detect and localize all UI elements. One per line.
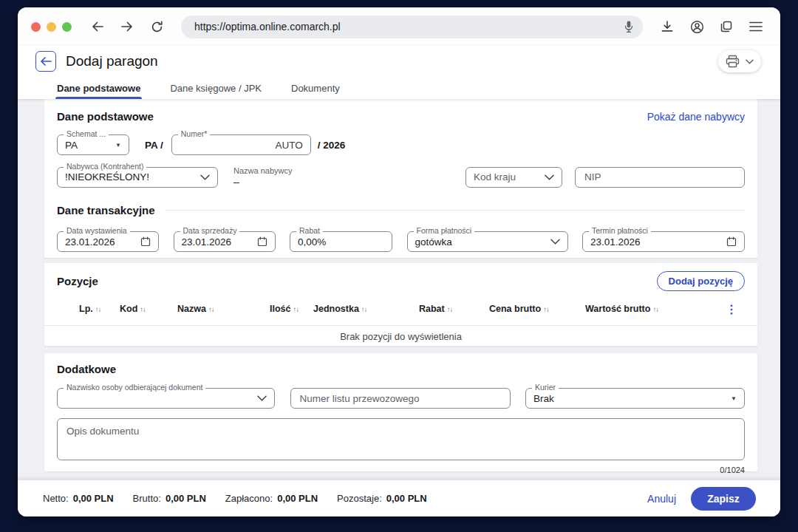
column-header-nazwa[interactable]: Nazwa↑↓ — [177, 304, 214, 314]
courier-label: Kurier — [532, 383, 559, 391]
column-header-ilosc[interactable]: Ilość↑↓ — [270, 304, 299, 314]
country-code-select[interactable]: Kod kraju — [466, 167, 562, 188]
downloads-button[interactable] — [656, 16, 678, 38]
character-counter: 0/1024 — [57, 466, 745, 474]
url-text: https://optima.online.comarch.pl — [194, 21, 624, 33]
back-button[interactable] — [35, 51, 56, 72]
maximize-window-button[interactable] — [62, 22, 72, 32]
microphone-icon[interactable] — [624, 20, 634, 33]
receiver-label: Nazwisko osoby odbierającej dokument — [64, 383, 205, 391]
total-brutto: Brutto:0,00 PLN — [133, 493, 206, 504]
column-header-rabat[interactable]: Rabat↑↓ — [419, 304, 452, 314]
discount-value: 0,00% — [298, 236, 384, 248]
browser-reload-button[interactable] — [146, 16, 168, 38]
total-netto: Netto:0,00 PLN — [43, 493, 114, 504]
chevron-down-icon — [746, 59, 754, 64]
dropdown-triangle-icon: ▼ — [115, 142, 121, 149]
items-empty-text: Brak pozycji do wyświetlenia — [57, 326, 745, 347]
show-buyer-data-link[interactable]: Pokaż dane nabywcy — [647, 111, 745, 123]
tab-dane-podstawowe[interactable]: Dane podstawowe — [55, 77, 142, 99]
column-header-cena-brutto[interactable]: Cena brutto↑↓ — [489, 304, 549, 314]
app-header: Dodaj paragon Dane podstawowe Dane księg… — [18, 46, 780, 99]
back-arrow-icon — [93, 23, 103, 31]
country-code-placeholder: Kod kraju — [474, 171, 539, 183]
sort-icon: ↑↓ — [95, 305, 101, 313]
schema-value: PA — [65, 140, 109, 151]
nip-input[interactable] — [575, 167, 745, 188]
tab-bar: Dane podstawowe Dane księgowe / JPK Doku… — [18, 77, 780, 99]
sale-date-label: Data sprzedaży — [180, 227, 240, 234]
column-header-kod[interactable]: Kod↑↓ — [120, 304, 146, 314]
tab-switcher-button[interactable] — [715, 16, 737, 38]
receiver-select[interactable]: Nazwisko osoby odbierającej dokument — [57, 388, 275, 409]
browser-toolbar: https://optima.online.comarch.pl — [18, 7, 780, 46]
table-menu-kebab-icon[interactable]: ⋮ — [726, 302, 737, 317]
profile-button[interactable] — [686, 16, 708, 38]
minimize-window-button[interactable] — [47, 22, 56, 32]
courier-value: Brak — [533, 393, 725, 404]
total-pozostaje: Pozostaje:0,00 PLN — [337, 493, 427, 504]
discount-label: Rabat — [296, 227, 323, 234]
calendar-icon[interactable] — [257, 236, 267, 247]
buyer-label: Nabywca (Kontrahent) — [64, 163, 146, 170]
issue-date-field[interactable]: Data wystawienia 23.01.2026 — [57, 231, 159, 252]
transaction-section-title: Dane transakcyjne — [57, 204, 155, 216]
buyer-name-label: Nazwa nabywcy — [233, 166, 292, 176]
profile-icon — [690, 20, 704, 34]
url-bar[interactable]: https://optima.online.comarch.pl — [181, 16, 643, 38]
printer-icon — [726, 55, 740, 68]
sort-icon: ↑↓ — [293, 305, 299, 313]
summary-footer: Netto:0,00 PLN Brutto:0,00 PLN Zapłacono… — [18, 480, 780, 516]
additional-card: Dodatkowe Nazwisko osoby odbierającej do… — [44, 353, 757, 471]
number-label: Numer* — [178, 130, 211, 137]
chevron-down-icon — [257, 395, 267, 401]
print-button[interactable] — [718, 50, 761, 72]
number-prefix-static: PA / — [145, 140, 163, 151]
dropdown-triangle-icon: ▼ — [731, 395, 737, 402]
browser-menu-button[interactable] — [745, 16, 767, 38]
document-description-textarea[interactable] — [57, 418, 745, 460]
payment-method-value: gotówka — [415, 236, 545, 248]
chevron-down-icon — [545, 174, 554, 180]
section-divider — [166, 210, 745, 211]
page-title: Dodaj paragon — [66, 53, 158, 69]
basic-data-card: Dane podstawowe Pokaż dane nabywcy Schem… — [44, 99, 757, 258]
number-field[interactable]: Numer* AUTO — [171, 134, 311, 155]
courier-select[interactable]: Kurier Brak ▼ — [525, 388, 745, 409]
close-window-button[interactable] — [31, 22, 41, 32]
calendar-icon[interactable] — [140, 236, 151, 247]
payment-due-field[interactable]: Termin płatności 23.01.2026 — [582, 231, 745, 252]
payment-due-label: Termin płatności — [589, 227, 651, 234]
schema-select[interactable]: Schemat ... PA ▼ — [57, 134, 129, 155]
total-zaplacono: Zapłacono:0,00 PLN — [225, 493, 318, 504]
chevron-down-icon — [200, 174, 210, 180]
buyer-select[interactable]: Nabywca (Kontrahent) !NIEOKREŚLONY! — [57, 167, 218, 188]
tab-dokumenty[interactable]: Dokumenty — [290, 77, 341, 99]
add-item-button[interactable]: Dodaj pozycję — [657, 271, 745, 291]
column-header-wartosc-brutto[interactable]: Wartość brutto↑↓ — [585, 304, 658, 314]
back-arrow-icon — [40, 56, 52, 66]
number-auto-suffix: AUTO — [276, 140, 303, 151]
sort-icon: ↑↓ — [140, 305, 146, 313]
tab-dane-ksiegowe-jpk[interactable]: Dane księgowe / JPK — [168, 77, 263, 99]
sale-date-value: 23.01.2026 — [182, 236, 251, 248]
sale-date-field[interactable]: Data sprzedaży 23.01.2026 — [174, 231, 276, 252]
tabs-icon — [720, 20, 733, 33]
sort-icon: ↑↓ — [361, 305, 367, 313]
column-header-lp[interactable]: Lp.↑↓ — [79, 304, 100, 314]
save-button[interactable]: Zapisz — [691, 487, 756, 511]
waybill-input[interactable] — [290, 388, 511, 409]
number-year-static: / 2026 — [318, 140, 346, 151]
browser-back-button[interactable] — [86, 16, 109, 38]
browser-window: https://optima.online.comarch.pl Dodaj p… — [18, 7, 780, 516]
sort-icon: ↑↓ — [543, 305, 549, 313]
sort-icon: ↑↓ — [447, 305, 453, 313]
discount-field[interactable]: Rabat 0,00% — [290, 231, 392, 252]
cancel-button[interactable]: Anuluj — [641, 488, 682, 509]
reload-icon — [151, 21, 163, 33]
number-input[interactable] — [180, 140, 276, 151]
column-header-jednostka[interactable]: Jednostka↑↓ — [313, 304, 366, 314]
payment-method-select[interactable]: Forma płatności gotówka — [407, 231, 568, 252]
calendar-icon[interactable] — [726, 236, 737, 247]
browser-forward-button[interactable] — [116, 16, 138, 38]
